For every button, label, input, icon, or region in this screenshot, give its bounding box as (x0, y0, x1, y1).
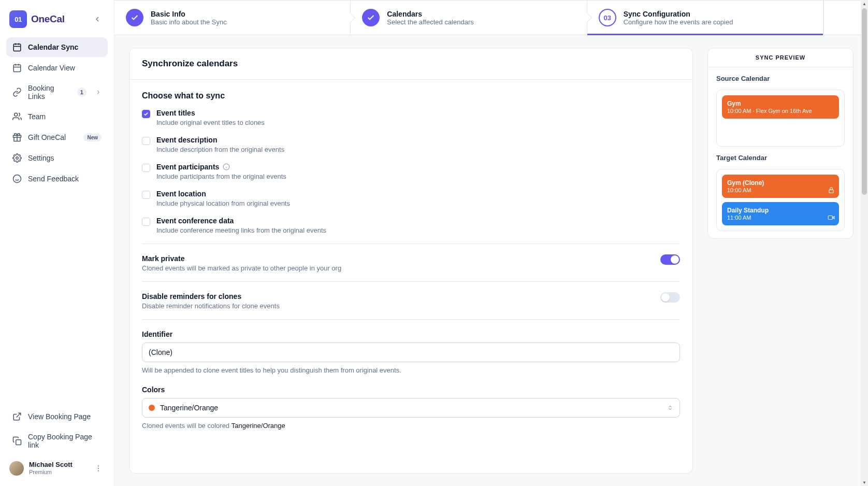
option-desc: Include conference meeting links from th… (156, 226, 326, 234)
step-subtitle: Select the affected calendars (387, 18, 473, 26)
svg-point-11 (98, 465, 99, 466)
brand: 01 OneCal (6, 8, 108, 37)
colors-label: Colors (142, 385, 680, 394)
nav-booking-links[interactable]: Booking Links 1 (6, 79, 108, 106)
user-plan: Premium (29, 469, 73, 476)
preview-event-card: Gym (Clone) 10:00 AM (722, 175, 839, 198)
step-calendars[interactable]: Calendars Select the affected calendars (351, 1, 587, 35)
preview-body: Source Calendar Gym 10:00 AM · Flex Gym … (708, 67, 853, 238)
option-desc: Include description from the original ev… (156, 146, 284, 153)
main-nav: Calendar Sync Calendar View Booking Link… (6, 37, 108, 189)
external-link-icon (12, 412, 22, 421)
checkbox-event-conference-data[interactable] (142, 218, 150, 226)
event-title: Gym (Clone) (727, 179, 834, 187)
user-menu-button[interactable] (92, 462, 105, 475)
sidebar-bottom: View Booking Page Copy Booking Page link… (6, 407, 108, 478)
option-desc: Include physical location from original … (156, 199, 290, 207)
nav-calendar-view[interactable]: Calendar View (6, 58, 108, 78)
svg-point-13 (98, 470, 99, 471)
nav-send-feedback[interactable]: Send Feedback (6, 169, 108, 189)
nav-gift-onecal[interactable]: Gift OneCal New (6, 127, 108, 147)
option-label: Event location (156, 190, 206, 198)
step-sync-configuration[interactable]: 03 Sync Configuration Configure how the … (587, 1, 823, 35)
option-event-participants: Event participants Include participants … (142, 163, 680, 180)
nav-copy-booking-link[interactable]: Copy Booking Page link (6, 427, 108, 454)
svg-rect-18 (828, 216, 832, 220)
info-icon[interactable] (222, 163, 230, 171)
video-icon (828, 214, 835, 221)
avatar (9, 461, 24, 476)
step-done-indicator (126, 9, 143, 26)
checkbox-event-titles[interactable] (142, 110, 150, 118)
target-calendar-label: Target Calendar (716, 154, 845, 162)
step-number-indicator: 03 (599, 9, 616, 26)
checkbox-event-description[interactable] (142, 137, 150, 145)
nav-label: Send Feedback (28, 175, 79, 183)
nav-label: View Booking Page (28, 412, 91, 421)
nav-team[interactable]: Team (6, 107, 108, 126)
step-title: Basic Info (151, 10, 227, 18)
step-title: Sync Configuration (624, 10, 733, 18)
svg-rect-10 (16, 440, 21, 445)
mark-private-toggle[interactable] (660, 254, 680, 265)
event-sub: 11:00 AM (727, 215, 834, 221)
nav-settings[interactable]: Settings (6, 148, 108, 168)
scroll-up-icon[interactable]: ▲ (861, 0, 868, 7)
panel-body: Choose what to sync Event titles Include… (129, 80, 692, 441)
event-title: Gym (727, 100, 834, 107)
brand-name: OneCal (31, 13, 65, 25)
scrollbar-thumb[interactable] (862, 8, 867, 195)
user-name: Michael Scott (29, 461, 73, 469)
step-basic-info[interactable]: Basic Info Basic info about the Sync (114, 1, 351, 35)
checkbox-event-participants[interactable] (142, 164, 150, 172)
booking-links-count-badge: 1 (77, 88, 86, 97)
toggle-desc: Disable reminder notifications for clone… (142, 302, 280, 310)
identifier-input[interactable] (142, 342, 680, 362)
sync-preview-panel: SYNC PREVIEW Source Calendar Gym 10:00 A… (707, 48, 853, 239)
divider (142, 319, 680, 320)
colors-select[interactable]: Tangerine/Orange (142, 398, 680, 418)
event-sub: 10:00 AM · Flex Gym on 16th Ave (727, 108, 834, 114)
nav-label: Booking Links (28, 84, 71, 101)
step-done-indicator (362, 9, 380, 26)
check-icon (143, 111, 149, 117)
svg-point-2 (15, 113, 18, 116)
stepper: Basic Info Basic info about the Sync Cal… (114, 0, 868, 35)
option-event-location: Event location Include physical location… (142, 190, 680, 207)
option-event-description: Event description Include description fr… (142, 136, 680, 153)
sync-icon (12, 42, 22, 52)
scroll-down-icon[interactable]: ▼ (861, 479, 868, 486)
preview-header: SYNC PREVIEW (708, 48, 853, 67)
toggle-label: Disable reminders for clones (142, 292, 280, 301)
preview-event-card: Gym 10:00 AM · Flex Gym on 16th Ave (722, 95, 839, 119)
sidebar: 01 OneCal Calendar Sync Calendar View Bo… (0, 0, 114, 486)
svg-rect-1 (13, 65, 21, 72)
step-title: Calendars (387, 10, 473, 18)
event-title: Daily Standup (727, 207, 834, 214)
target-calendar-box: Gym (Clone) 10:00 AM Daily Standup 11:00… (716, 169, 845, 231)
toggle-desc: Cloned events will be marked as private … (142, 264, 341, 272)
option-event-titles: Event titles Include original event titl… (142, 109, 680, 126)
nav-label: Calendar Sync (28, 43, 78, 51)
collapse-sidebar-button[interactable] (90, 12, 105, 26)
preview-event-card: Daily Standup 11:00 AM (722, 202, 839, 225)
step-subtitle: Configure how the events are copied (624, 18, 733, 26)
checkbox-event-location[interactable] (142, 191, 150, 199)
user-row: Michael Scott Premium (6, 455, 108, 478)
divider (142, 281, 680, 282)
svg-rect-17 (829, 190, 833, 193)
nav-view-booking-page[interactable]: View Booking Page (6, 407, 108, 426)
option-label: Event description (156, 136, 217, 144)
color-swatch (149, 405, 155, 411)
svg-point-12 (98, 468, 99, 469)
brand-logo: 01 (9, 10, 27, 28)
option-label: Event participants (156, 163, 219, 171)
nav-calendar-sync[interactable]: Calendar Sync (6, 37, 108, 57)
svg-point-6 (13, 175, 21, 183)
gift-icon (12, 133, 22, 142)
scrollbar[interactable]: ▲ ▼ (861, 0, 868, 486)
sync-form-panel: Synchronize calendars Choose what to syn… (129, 48, 693, 474)
nav-label: Copy Booking Page link (28, 433, 102, 449)
panel-header: Synchronize calendars (129, 48, 692, 80)
disable-reminders-toggle[interactable] (660, 292, 680, 303)
